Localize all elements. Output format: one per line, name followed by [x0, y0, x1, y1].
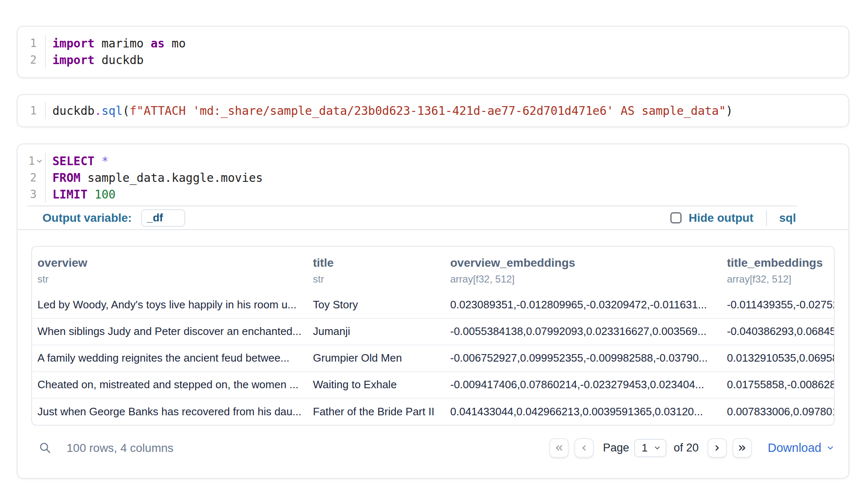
page-label: Page	[603, 441, 629, 454]
first-page-button[interactable]	[549, 438, 569, 458]
code-token: LIMIT	[52, 188, 87, 201]
code-token: 100	[94, 188, 116, 201]
result-table-container: overviewstrtitlestroverview_embeddingsar…	[31, 246, 835, 426]
download-label: Download	[768, 441, 821, 455]
hide-output-checkbox[interactable]	[670, 212, 682, 223]
code-token: SELECT	[52, 154, 94, 168]
code-line[interactable]: LIMIT 100	[52, 186, 848, 203]
column-header-overview[interactable]: overviewstr	[32, 247, 308, 292]
column-name: overview_embeddings	[450, 257, 722, 270]
code-content: import marimo as moimport duckdb	[46, 35, 848, 68]
code-token: mo	[165, 37, 186, 50]
column-header-title_embeddings[interactable]: title_embeddingsarray[f32, 512]	[722, 247, 834, 292]
code-line[interactable]: import duckdb	[52, 52, 848, 68]
column-type: str	[37, 273, 308, 285]
code-token: *	[102, 154, 109, 168]
line-number: 2	[30, 171, 37, 184]
table-cell: -0.009417406,0.07860214,-0.023279453,0.0…	[445, 372, 722, 398]
column-name: overview	[37, 257, 308, 270]
table-cell: -0.006752927,0.099952355,-0.009982588,-0…	[445, 345, 722, 372]
table-header-row: overviewstrtitlestroverview_embeddingsar…	[32, 247, 834, 292]
code-token: import	[52, 37, 94, 50]
cell-output: overviewstrtitlestroverview_embeddingsar…	[17, 231, 848, 478]
table-row[interactable]: A family wedding reignites the ancient f…	[32, 345, 834, 372]
page-select-value: 1	[642, 441, 647, 454]
table-cell: Toy Story	[308, 292, 445, 318]
code-cell-imports: 12 import marimo as moimport duckdb	[17, 26, 849, 78]
marimo-notebook: 12 import marimo as moimport duckdb 1 du…	[0, 0, 868, 496]
line-number: 1	[30, 37, 37, 50]
prev-page-button[interactable]	[574, 438, 594, 458]
line-number: 1	[30, 104, 37, 117]
line-number-gutter: 1	[17, 102, 46, 119]
code-token	[94, 154, 102, 168]
code-line[interactable]: duckdb.sql(f"ATTACH 'md:_share/sample_da…	[52, 102, 848, 119]
column-type: array[f32, 512]	[727, 273, 834, 285]
table-cell: Just when George Banks has recovered fro…	[32, 398, 308, 425]
page-total-label: of 20	[674, 441, 699, 454]
table-cell: -0.011439355,-0.02752	[722, 292, 834, 318]
table-cell: Waiting to Exhale	[308, 372, 445, 398]
next-page-button[interactable]	[707, 438, 727, 458]
table-row[interactable]: Cheated on, mistreated and stepped on, t…	[32, 372, 834, 398]
output-variable-label: Output variable:	[42, 211, 132, 225]
column-type: str	[313, 273, 445, 285]
table-body: Led by Woody, Andy's toys live happily i…	[32, 292, 834, 425]
code-token: sql	[102, 104, 123, 118]
table-row[interactable]: Led by Woody, Andy's toys live happily i…	[32, 292, 834, 318]
row-count-summary: 100 rows, 4 columns	[67, 441, 174, 455]
code-token: f	[129, 104, 136, 118]
column-type: array[f32, 512]	[450, 273, 722, 285]
table-cell: 0.023089351,-0.012809965,-0.03209472,-0.…	[445, 292, 722, 318]
code-token: FROM	[52, 171, 80, 185]
code-content: SELECT *FROM sample_data.kaggle.moviesLI…	[46, 153, 848, 203]
divider	[766, 210, 767, 226]
table-footer: 100 rows, 4 columns Page 1	[31, 426, 835, 461]
double-chevron-left-icon	[554, 443, 564, 453]
double-chevron-right-icon	[737, 443, 747, 453]
code-editor[interactable]: 1 duckdb.sql(f"ATTACH 'md:_share/sample_…	[17, 95, 848, 119]
table-cell: A family wedding reignites the ancient f…	[32, 345, 308, 372]
language-badge-sql[interactable]: sql	[779, 211, 796, 225]
hide-output-label[interactable]: Hide output	[689, 211, 754, 225]
sql-cell-toolbar: Output variable: Hide output sql	[17, 206, 848, 230]
code-token: import	[52, 53, 94, 67]
output-variable-input[interactable]	[141, 209, 185, 227]
table-cell: -0.040386293,0.06845	[722, 318, 834, 345]
code-line[interactable]: SELECT *	[52, 153, 848, 169]
column-name: title_embeddings	[727, 257, 834, 270]
table-cell: 0.01755858,-0.0086286	[722, 372, 834, 398]
column-header-title[interactable]: titlestr	[308, 247, 445, 292]
download-button[interactable]: Download	[768, 441, 835, 455]
table-cell: Grumpier Old Men	[308, 345, 445, 372]
code-token: "ATTACH 'md:_share/sample_data/23b0d623-…	[136, 104, 726, 118]
column-header-overview_embeddings[interactable]: overview_embeddingsarray[f32, 512]	[445, 247, 722, 292]
code-editor[interactable]: 12 import marimo as moimport duckdb	[17, 27, 848, 68]
sql-cell: 123 SELECT *FROM sample_data.kaggle.movi…	[17, 144, 849, 479]
code-token: (	[123, 104, 130, 118]
code-content: duckdb.sql(f"ATTACH 'md:_share/sample_da…	[46, 102, 848, 119]
code-token: )	[726, 104, 733, 118]
table-row[interactable]: When siblings Judy and Peter discover an…	[32, 318, 834, 345]
column-name: title	[313, 257, 445, 270]
last-page-button[interactable]	[732, 438, 752, 458]
code-line[interactable]: import marimo as mo	[52, 35, 848, 52]
table-cell: Jumanji	[308, 318, 445, 345]
code-editor[interactable]: 123 SELECT *FROM sample_data.kaggle.movi…	[17, 144, 848, 203]
table-row[interactable]: Just when George Banks has recovered fro…	[32, 398, 834, 425]
line-number: 1	[28, 155, 35, 167]
code-token: as	[151, 37, 165, 50]
table-cell: 0.041433044,0.042966213,0.0039591365,0.0…	[445, 398, 722, 425]
search-icon[interactable]	[39, 441, 52, 454]
code-line[interactable]: FROM sample_data.kaggle.movies	[52, 169, 848, 186]
code-cell-attach: 1 duckdb.sql(f"ATTACH 'md:_share/sample_…	[17, 94, 849, 127]
chevron-left-icon	[579, 443, 589, 453]
chevron-down-icon	[653, 444, 661, 452]
chevron-down-icon	[826, 444, 835, 452]
code-token: .	[94, 104, 102, 118]
fold-chevron-down-icon[interactable]	[35, 157, 43, 165]
table-cell: Father of the Bride Part II	[308, 398, 445, 425]
code-token: sample_data.kaggle.movies	[80, 171, 263, 185]
line-number: 3	[30, 188, 37, 201]
page-select[interactable]: 1	[634, 439, 667, 457]
